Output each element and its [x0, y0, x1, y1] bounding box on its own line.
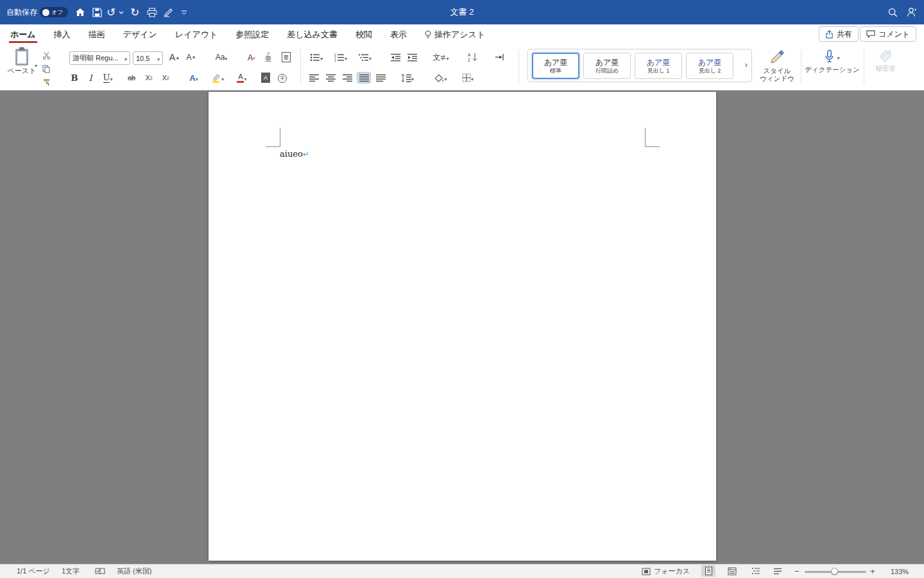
enclose-characters-button[interactable]: 亜 — [280, 50, 293, 64]
font-size-select[interactable]: 10.5 — [133, 51, 163, 65]
document-title: 文書 2 — [0, 0, 924, 24]
font-name-select[interactable]: 游明朝 Regu... — [69, 51, 130, 65]
text-effects-button[interactable]: A — [185, 71, 203, 84]
page-count[interactable]: 1/1 ページ — [17, 565, 50, 578]
distribute-text-button[interactable] — [373, 72, 388, 83]
copy-icon[interactable] — [40, 64, 52, 74]
paint-bucket-icon — [434, 74, 444, 82]
underline-label: U — [103, 73, 110, 83]
tab-review[interactable]: 校閲 — [354, 26, 373, 43]
format-painter-icon[interactable] — [40, 77, 52, 87]
styles-window-button[interactable]: スタイル ウィンドウ — [756, 49, 798, 82]
superscript-button[interactable]: X2 — [159, 71, 172, 84]
paste-chevron-icon[interactable] — [35, 58, 37, 70]
view-draft-button[interactable] — [771, 565, 785, 577]
italic-button[interactable]: I — [85, 71, 96, 84]
tab-draw[interactable]: 描画 — [87, 26, 107, 43]
style-card-heading2[interactable]: あア亜 見出し 2 — [686, 53, 733, 79]
tab-view[interactable]: 表示 — [389, 26, 408, 43]
enclose-circle-button[interactable]: 字 — [276, 72, 289, 85]
tab-layout[interactable]: レイアウト — [174, 26, 219, 43]
tab-mailings[interactable]: 差し込み文書 — [286, 26, 339, 43]
paste-button[interactable]: ペースト — [6, 47, 37, 87]
comments-button[interactable]: コメント — [860, 26, 916, 42]
zoom-out-button[interactable]: − — [794, 565, 800, 578]
zoom-level[interactable]: 133% — [891, 565, 909, 578]
asian-layout-button[interactable]: 文 — [431, 51, 450, 64]
tab-references[interactable]: 参照設定 — [234, 26, 270, 43]
align-center-button[interactable] — [323, 72, 338, 83]
svg-text:A: A — [468, 53, 471, 57]
share-label: 共有 — [837, 29, 852, 40]
multilevel-list-icon — [359, 53, 369, 62]
increase-indent-button[interactable] — [406, 51, 420, 63]
phonetic-ruby-button[interactable]: ア亜 — [262, 49, 275, 65]
highlight-color-button[interactable] — [208, 71, 227, 84]
multilevel-list-button[interactable] — [355, 51, 375, 63]
focus-mode-button[interactable]: フォーカス — [642, 565, 690, 578]
line-spacing-button[interactable] — [398, 72, 417, 83]
style-preview: あア亜 — [698, 58, 722, 67]
align-right-button[interactable] — [340, 72, 354, 83]
tab-tell-me[interactable]: 操作アシスト — [424, 26, 486, 43]
decrease-indent-button[interactable] — [389, 51, 403, 63]
font-color-swatch — [237, 81, 244, 83]
language-indicator[interactable]: 英語 (米国) — [117, 565, 151, 578]
view-outline-button[interactable] — [749, 565, 763, 577]
tab-insert[interactable]: 挿入 — [53, 26, 72, 43]
style-label: 見出し 2 — [699, 67, 721, 74]
shrink-font-button[interactable]: A▼ — [184, 51, 198, 64]
underline-button[interactable]: U — [99, 71, 117, 84]
account-person-icon[interactable] — [905, 0, 919, 24]
word-count[interactable]: 1文字 — [62, 565, 80, 578]
strikethrough-button[interactable]: ab — [124, 71, 139, 84]
character-shading-button[interactable]: A — [259, 71, 272, 84]
numbering-button[interactable]: 123 — [331, 51, 350, 63]
justify-button[interactable] — [357, 72, 371, 83]
view-print-layout-button[interactable] — [701, 565, 715, 577]
bullets-button[interactable] — [307, 51, 326, 63]
bold-button[interactable]: B — [68, 71, 81, 84]
font-size-value: 10.5 — [136, 55, 150, 62]
tab-home[interactable]: ホーム — [9, 26, 37, 43]
align-left-button[interactable] — [307, 72, 321, 83]
grow-font-button[interactable]: A▲ — [167, 51, 182, 64]
numbering-chevron-icon — [345, 51, 347, 63]
search-icon[interactable] — [887, 0, 898, 24]
document-page[interactable]: aiueo↵ — [209, 92, 716, 561]
borders-button[interactable] — [458, 72, 477, 83]
swap-arrows-icon — [440, 55, 446, 60]
sort-button[interactable]: AZ — [465, 50, 480, 64]
body-text[interactable]: aiueo↵ — [280, 149, 309, 159]
zoom-slider-knob[interactable] — [831, 568, 838, 575]
body-text-run: aiueo — [280, 149, 303, 159]
style-label: 行間詰め — [595, 67, 619, 74]
margin-crop-mark — [266, 146, 280, 147]
ruby-base-label: 亜 — [265, 56, 271, 62]
style-preview: あア亜 — [595, 58, 619, 67]
clear-formatting-button[interactable]: A — [244, 51, 259, 64]
bold-label: B — [71, 73, 78, 83]
svg-text:Z: Z — [468, 58, 470, 62]
spellcheck-icon[interactable] — [95, 565, 105, 578]
paste-label: ペースト — [8, 66, 37, 76]
subscript-button[interactable]: X2 — [142, 71, 155, 84]
style-card-heading1[interactable]: あア亜 見出し 1 — [635, 53, 682, 79]
styles-window-label-1: スタイル — [764, 67, 791, 74]
styles-brush-icon — [769, 49, 785, 65]
shading-button[interactable] — [431, 72, 450, 83]
change-case-button[interactable]: Aa — [212, 51, 231, 64]
view-web-layout-button[interactable] — [725, 565, 739, 577]
formatting-marks-button[interactable] — [492, 51, 507, 64]
zoom-in-button[interactable]: + — [870, 565, 875, 578]
tab-design[interactable]: デザイン — [122, 26, 158, 43]
dictation-button[interactable]: ディクテーション — [806, 49, 859, 73]
styles-gallery-more-icon[interactable]: › — [745, 60, 748, 69]
font-color-button[interactable]: A — [232, 71, 252, 85]
style-label: 標準 — [550, 67, 561, 74]
cut-icon[interactable] — [40, 50, 52, 60]
style-card-no-spacing[interactable]: あア亜 行間詰め — [583, 53, 631, 79]
share-button[interactable]: 共有 — [819, 26, 859, 42]
style-card-normal[interactable]: あア亜 標準 — [532, 53, 579, 79]
multilevel-chevron-icon — [369, 51, 372, 63]
